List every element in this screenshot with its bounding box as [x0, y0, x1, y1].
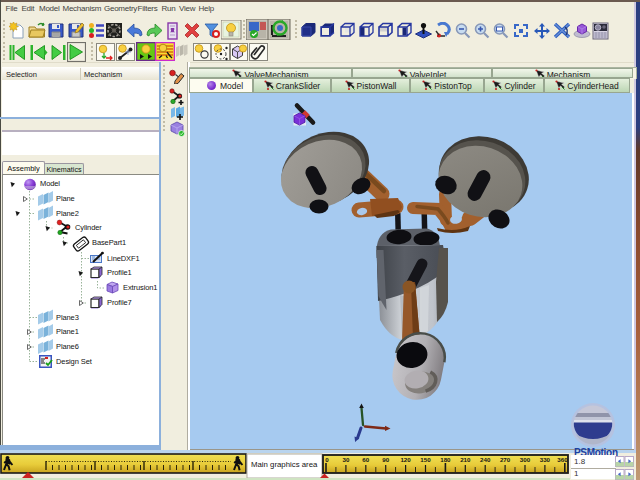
- svg-text:360: 360: [557, 456, 568, 463]
- svg-text:60: 60: [362, 456, 369, 463]
- svg-text:Main graphics area: Main graphics area: [251, 460, 318, 469]
- svg-text:180: 180: [440, 456, 451, 463]
- svg-text:240: 240: [480, 456, 491, 463]
- svg-text:90: 90: [382, 456, 389, 463]
- svg-text:330: 330: [540, 456, 551, 463]
- svg-text:300: 300: [520, 456, 531, 463]
- svg-text:150: 150: [420, 456, 431, 463]
- svg-text:30: 30: [342, 456, 349, 463]
- svg-text:210: 210: [460, 456, 471, 463]
- svg-text:120: 120: [400, 456, 411, 463]
- svg-text:270: 270: [500, 456, 511, 463]
- svg-text:0: 0: [325, 456, 329, 463]
